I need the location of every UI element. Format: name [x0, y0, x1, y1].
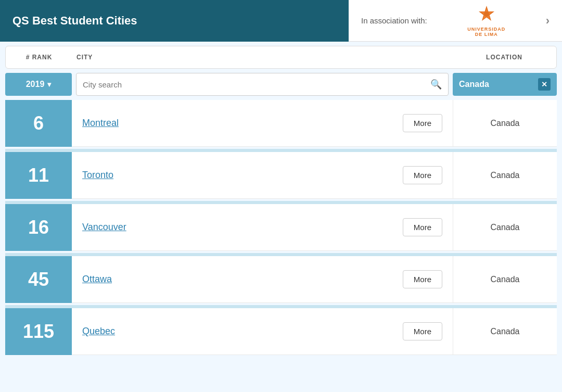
more-button[interactable]: More	[403, 218, 442, 236]
city-name-link[interactable]: Quebec	[82, 326, 115, 337]
rank-cell: 6	[5, 100, 72, 147]
city-name-link[interactable]: Montreal	[82, 118, 119, 129]
more-button[interactable]: More	[403, 322, 442, 340]
search-input[interactable]	[83, 80, 430, 89]
university-logo: UNIVERSIDADDE LIMA	[467, 5, 505, 37]
page-title: QS Best Student Cities	[12, 14, 137, 28]
table-row: 11 Toronto More Canada	[5, 152, 557, 199]
city-cell: Vancouver More	[72, 204, 453, 251]
rank-column-header: # RANK	[6, 54, 72, 61]
location-cell: Canada	[453, 100, 557, 147]
rank-cell: 115	[5, 308, 72, 355]
city-cell: Ottawa More	[72, 256, 453, 303]
chevron-right-icon[interactable]: ›	[546, 14, 550, 28]
location-cell: Canada	[453, 152, 557, 199]
city-column-header: CITY	[72, 54, 452, 61]
column-headers: # RANK CITY LOCATION	[5, 46, 557, 69]
table-row: 16 Vancouver More Canada	[5, 204, 557, 251]
city-name-link[interactable]: Toronto	[82, 170, 113, 181]
association-label: In association with:	[361, 16, 427, 25]
location-cell: Canada	[453, 308, 557, 355]
city-name-link[interactable]: Vancouver	[82, 222, 126, 233]
header-brand: QS Best Student Cities	[0, 0, 349, 42]
city-name-link[interactable]: Ottawa	[82, 274, 112, 285]
location-column-header: LOCATION	[452, 54, 556, 61]
page-header: QS Best Student Cities In association wi…	[0, 0, 562, 42]
more-button[interactable]: More	[403, 166, 442, 184]
location-cell: Canada	[453, 204, 557, 251]
rank-cell: 45	[5, 256, 72, 303]
rank-cell: 11	[5, 152, 72, 199]
close-icon: ✕	[541, 80, 547, 88]
header-association: In association with: UNIVERSIDADDE LIMA …	[349, 0, 562, 42]
clear-location-button[interactable]: ✕	[538, 78, 551, 91]
cities-table: 6 Montreal More Canada 11 Toronto More C…	[5, 100, 557, 355]
controls-row: 2019 ▾ 🔍 Canada ✕	[5, 69, 557, 100]
rank-cell: 16	[5, 204, 72, 251]
more-button[interactable]: More	[403, 270, 442, 288]
more-button[interactable]: More	[403, 114, 442, 132]
year-dropdown[interactable]: 2019 ▾	[5, 73, 72, 96]
city-cell: Quebec More	[72, 308, 453, 355]
city-cell: Toronto More	[72, 152, 453, 199]
year-label: 2019	[26, 80, 45, 89]
location-filter-label: Canada	[459, 80, 489, 89]
svg-point-2	[484, 11, 489, 17]
city-cell: Montreal More	[72, 100, 453, 147]
search-box[interactable]: 🔍	[76, 73, 449, 96]
university-name: UNIVERSIDADDE LIMA	[467, 27, 505, 37]
table-row: 45 Ottawa More Canada	[5, 256, 557, 303]
main-content: # RANK CITY LOCATION 2019 ▾ 🔍 Canada ✕ 6…	[0, 46, 562, 355]
location-cell: Canada	[453, 256, 557, 303]
university-star-icon	[476, 5, 497, 26]
search-icon: 🔍	[430, 79, 442, 90]
location-filter: Canada ✕	[453, 73, 557, 96]
table-row: 115 Quebec More Canada	[5, 308, 557, 355]
table-row: 6 Montreal More Canada	[5, 100, 557, 147]
chevron-down-icon: ▾	[47, 80, 51, 88]
